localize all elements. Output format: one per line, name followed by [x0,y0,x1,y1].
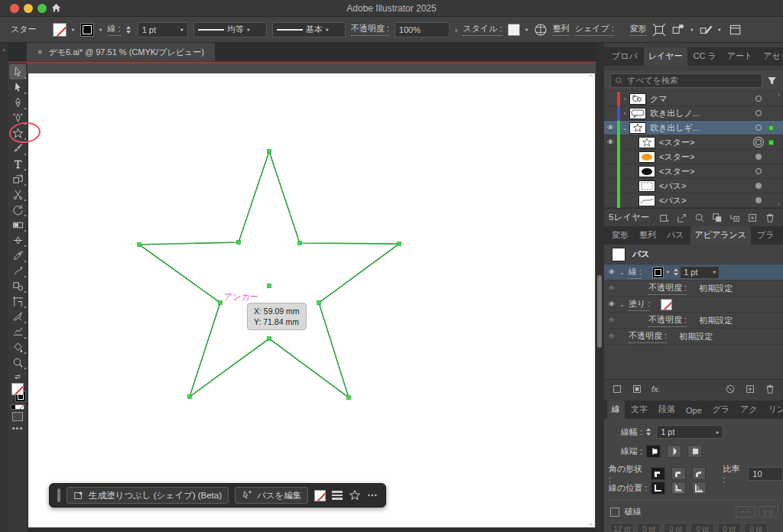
rotate-tool[interactable] [9,202,26,217]
opacity-expand-icon[interactable]: › [455,25,458,34]
document-tab[interactable]: × デモ6.ai* @ 97.51 % (CMYK/プレビュー) [27,43,215,61]
tab-文字[interactable]: 文字 [626,401,652,419]
layer-target-icon[interactable] [751,154,766,160]
layer-name[interactable]: <スター> [659,151,751,163]
scissors-tool[interactable] [9,187,26,202]
vertical-scrollbar[interactable] [596,43,604,532]
add-effect-button[interactable]: fx. [651,384,661,394]
taskbar-fill-none-swatch[interactable] [314,490,326,501]
generative-fill-button[interactable]: 生成塗りつぶし (シェイプ) (Beta) [67,487,229,504]
artboard-canvas[interactable]: アンカー X: 59.09 mm Y: 71.84 mm ⌃ ⌄ [28,73,595,527]
tab-アク[interactable]: アク [736,401,762,419]
visibility-eye-icon[interactable]: 👁 [604,300,619,308]
tab-シン[interactable]: シン [781,226,783,245]
tab-リン[interactable]: リン [764,401,783,419]
appearance-stroke-swatch[interactable] [652,267,664,278]
layer-row[interactable]: 👁⌄吹き出しギ... [604,121,783,135]
eyedropper-tool[interactable] [9,248,26,263]
layer-target-icon[interactable] [751,197,766,203]
type-tool[interactable] [9,156,26,171]
align-tool[interactable] [9,324,26,339]
scroll-down-icon[interactable]: ⌄ [588,520,593,527]
layer-thumbnail[interactable] [629,108,646,119]
round-join-button[interactable] [671,467,686,480]
visibility-eye-icon[interactable]: 👁 [604,138,617,146]
stroke-chevron-icon[interactable]: ▾ [99,27,102,32]
artboard-tool[interactable] [9,294,26,309]
style-label[interactable]: スタイル : [463,23,502,36]
puppet-warp-icon[interactable] [671,23,685,37]
layer-name[interactable]: <スター> [659,137,751,148]
appearance-fill-swatch[interactable] [661,299,672,310]
stroke-weight-stepper[interactable] [646,428,651,436]
layer-row[interactable]: <パス> [604,193,783,208]
slice-tool[interactable] [9,309,26,324]
tab-アート[interactable]: アート [723,47,758,66]
locate-object-icon[interactable] [694,212,705,223]
layer-row[interactable]: <スター> [604,164,783,179]
taskbar-stroke-icon[interactable] [332,491,343,500]
layer-thumbnail[interactable] [638,180,655,192]
selection-tool[interactable] [9,64,26,79]
direct-selection-tool[interactable] [9,79,26,95]
dock-collapse-icon[interactable]: » [0,43,8,53]
layer-name[interactable]: <パス> [659,180,751,192]
fill-chevron-icon[interactable]: ▾ [72,27,75,32]
visibility-eye-icon[interactable]: 👁 [604,268,619,276]
stroke-color-swatch[interactable] [80,23,94,37]
expand-chevron-icon[interactable]: ⌄ [620,125,629,131]
stroke-weight-input[interactable]: 1 pt▾ [138,22,188,37]
dashed-line-checkbox[interactable] [610,508,619,517]
layers-scrollbar[interactable]: ⌃⌄ [775,92,783,208]
clear-appearance-icon[interactable] [725,384,736,394]
align-link[interactable]: 整列 [553,23,570,36]
layer-target-icon[interactable] [751,110,766,116]
collect-for-export-icon[interactable] [659,212,670,223]
align-inside-button[interactable] [671,482,686,495]
layer-target-icon[interactable] [751,168,766,174]
layer-row[interactable]: 👁<スター> [604,135,783,150]
live-paint-tool[interactable] [9,339,26,355]
layer-thumbnail[interactable] [629,93,646,105]
delete-layer-icon[interactable] [765,212,775,223]
tab-アピアランス[interactable]: アピアランス [690,226,752,245]
appearance-opacity-row[interactable]: 👁 不透明度 : 初期設定 [604,313,783,329]
tab-グラ[interactable]: グラ [708,401,735,419]
appearance-stroke-row[interactable]: 👁 ⌄ 線 : ▾ 1 pt▾ [604,264,783,281]
tab-整列[interactable]: 整列 [635,226,661,245]
stroke-weight-label[interactable]: 線 : [108,23,121,36]
swap-fill-stroke-icon[interactable]: ⇄ [15,373,21,381]
toolbar-more-icon[interactable]: ••• [12,423,24,433]
color-type-bar[interactable] [11,404,24,410]
visibility-eye-icon[interactable]: 👁 [604,124,617,131]
gradient-tool[interactable] [9,217,26,232]
layer-row[interactable]: <スター> [604,150,783,164]
tab-プロパ[interactable]: プロパ [607,47,642,66]
close-tab-icon[interactable]: × [37,47,42,57]
round-cap-button[interactable] [667,445,681,458]
recolor-artwork-icon[interactable] [534,23,547,37]
puppet-chevron-icon[interactable]: ▾ [690,27,694,32]
taskbar-more-icon[interactable] [367,490,378,501]
tab-線[interactable]: 線 [607,401,625,419]
add-stroke-icon[interactable] [612,384,622,394]
bevel-join-button[interactable] [692,467,707,480]
edit-pen-icon[interactable] [699,23,713,37]
appearance-root-opacity-row[interactable]: 👁 不透明度 : 初期設定 [604,329,783,345]
align-outside-button[interactable] [692,482,707,495]
transform-icon[interactable] [652,23,666,37]
layer-thumbnail[interactable] [638,166,655,177]
brush-select[interactable]: 基本▾ [272,22,346,37]
expand-chevron-icon[interactable]: › [620,96,629,102]
layer-thumbnail[interactable] [629,122,646,134]
opacity-input[interactable]: 100% [395,22,450,37]
stroke-weight-field[interactable]: 1 pt▾ [656,425,723,439]
expand-chevron-icon[interactable]: ⌄ [619,269,629,276]
export-icon[interactable] [677,212,687,223]
fill-none-swatch[interactable] [11,383,24,395]
align-center-button[interactable] [651,482,665,495]
tab-CC ラ[interactable]: CC ラ [689,47,721,66]
width-tool[interactable] [9,232,26,248]
layer-target-icon[interactable] [751,139,766,145]
transform-link[interactable]: 変形 [630,23,647,36]
